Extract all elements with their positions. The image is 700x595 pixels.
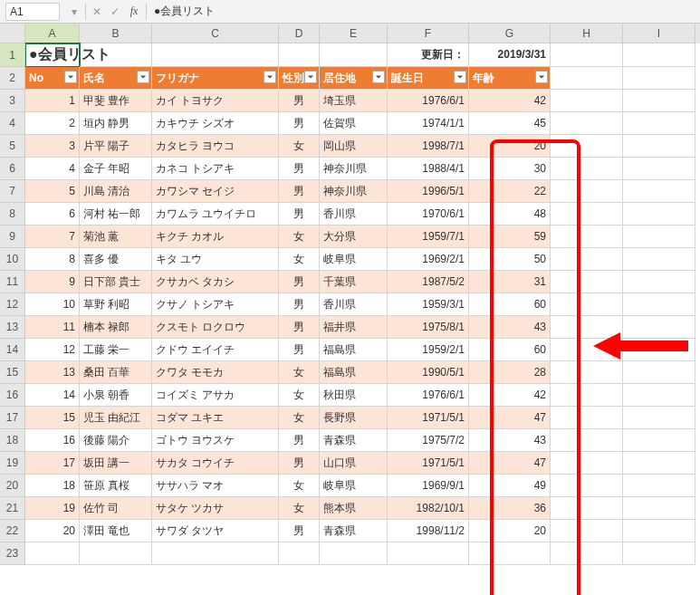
cell-gender[interactable]: 男 — [279, 158, 320, 180]
cell-kana[interactable]: サカタ コウイチ — [152, 452, 279, 475]
row-header-10[interactable]: 10 — [0, 248, 25, 271]
row-header-7[interactable]: 7 — [0, 180, 25, 203]
row-header-12[interactable]: 12 — [0, 293, 25, 316]
cell-kana[interactable]: サタケ ツカサ — [152, 497, 279, 520]
cell-name[interactable]: 佐竹 司 — [80, 497, 152, 520]
cell-name[interactable]: 喜多 優 — [80, 248, 152, 271]
cell[interactable] — [279, 542, 320, 565]
cell-age[interactable]: 42 — [469, 90, 551, 112]
cell[interactable] — [623, 135, 695, 158]
cell-kana[interactable]: コイズミ アサカ — [152, 384, 279, 407]
cell-kana[interactable]: コダマ ユキエ — [152, 407, 279, 429]
cell[interactable] — [623, 180, 695, 203]
cell[interactable] — [623, 407, 695, 429]
cell-kana[interactable]: カネコ トシアキ — [152, 158, 279, 180]
cell[interactable] — [551, 542, 623, 565]
cell-birth[interactable]: 1970/6/1 — [388, 203, 469, 226]
row-header-9[interactable]: 9 — [0, 226, 25, 248]
cell-kana[interactable]: クドウ エイイチ — [152, 339, 279, 361]
cell-name[interactable]: 澤田 竜也 — [80, 520, 152, 542]
row-header-4[interactable]: 4 — [0, 112, 25, 135]
filter-button[interactable] — [304, 71, 317, 83]
cell[interactable] — [469, 542, 551, 565]
cell-gender[interactable]: 女 — [279, 475, 320, 497]
cell[interactable] — [551, 248, 623, 271]
cell-pref[interactable]: 岐阜県 — [320, 475, 388, 497]
cell-age[interactable]: 31 — [469, 271, 551, 293]
cell-pref[interactable]: 佐賀県 — [320, 112, 388, 135]
cell-birth[interactable]: 1959/2/1 — [388, 339, 469, 361]
cell-age[interactable]: 20 — [469, 135, 551, 158]
cell-pref[interactable]: 青森県 — [320, 429, 388, 452]
cell[interactable] — [623, 497, 695, 520]
cell-no[interactable]: 14 — [25, 384, 80, 407]
cell-name[interactable]: 笹原 真桜 — [80, 475, 152, 497]
cell-gender[interactable]: 男 — [279, 316, 320, 339]
cell[interactable] — [623, 248, 695, 271]
cell-no[interactable]: 15 — [25, 407, 80, 429]
row-header-22[interactable]: 22 — [0, 520, 25, 542]
cell-pref[interactable]: 神奈川県 — [320, 180, 388, 203]
cell[interactable] — [623, 90, 695, 112]
cell-name[interactable]: 金子 年昭 — [80, 158, 152, 180]
cell-birth[interactable]: 1990/5/1 — [388, 361, 469, 384]
row-header-17[interactable]: 17 — [0, 407, 25, 429]
cell-gender[interactable]: 女 — [279, 226, 320, 248]
cell-age[interactable]: 20 — [469, 520, 551, 542]
cell-gender[interactable]: 女 — [279, 248, 320, 271]
cell-no[interactable]: 4 — [25, 158, 80, 180]
cell-birth[interactable]: 1971/5/1 — [388, 452, 469, 475]
cell-no[interactable]: 10 — [25, 293, 80, 316]
row-header-5[interactable]: 5 — [0, 135, 25, 158]
cell[interactable] — [623, 452, 695, 475]
cell[interactable] — [25, 542, 80, 565]
row-header-15[interactable]: 15 — [0, 361, 25, 384]
cell-pref[interactable]: 長野県 — [320, 407, 388, 429]
cell[interactable] — [623, 67, 695, 90]
filter-button[interactable] — [535, 71, 548, 83]
cell-gender[interactable]: 男 — [279, 180, 320, 203]
cell[interactable] — [623, 542, 695, 565]
filter-button[interactable] — [137, 71, 149, 83]
cell-age[interactable]: 50 — [469, 248, 551, 271]
cell-kana[interactable]: クスモト ロクロウ — [152, 316, 279, 339]
cell[interactable] — [551, 520, 623, 542]
cell-no[interactable]: 11 — [25, 316, 80, 339]
cell-name[interactable]: 坂田 講一 — [80, 452, 152, 475]
row-header-23[interactable]: 23 — [0, 542, 25, 565]
cell[interactable] — [320, 43, 388, 67]
row-header-2[interactable]: 2 — [0, 67, 25, 90]
cell[interactable] — [551, 475, 623, 497]
cell-gender[interactable]: 男 — [279, 293, 320, 316]
cell-kana[interactable]: クワタ モモカ — [152, 361, 279, 384]
col-header-H[interactable]: H — [551, 24, 623, 43]
col-header-F[interactable]: F — [388, 24, 469, 43]
cell[interactable] — [551, 316, 623, 339]
filter-button[interactable] — [264, 71, 276, 83]
cell-kana[interactable]: カワシマ セイジ — [152, 180, 279, 203]
cell-gender[interactable]: 女 — [279, 361, 320, 384]
cell-age[interactable]: 43 — [469, 429, 551, 452]
title-cell[interactable]: ●会員リスト — [25, 43, 80, 67]
cell-birth[interactable]: 1976/6/1 — [388, 384, 469, 407]
cell[interactable] — [551, 429, 623, 452]
cell[interactable] — [623, 293, 695, 316]
cell-gender[interactable]: 男 — [279, 520, 320, 542]
cell-age[interactable]: 36 — [469, 497, 551, 520]
cell[interactable] — [279, 43, 320, 67]
cell-birth[interactable]: 1976/6/1 — [388, 90, 469, 112]
update-date[interactable]: 2019/3/31 — [469, 43, 551, 67]
cell-no[interactable]: 9 — [25, 271, 80, 293]
row-header-1[interactable]: 1 — [0, 43, 25, 67]
cell[interactable] — [623, 43, 695, 67]
cell-age[interactable]: 42 — [469, 384, 551, 407]
cell-gender[interactable]: 男 — [279, 112, 320, 135]
cell-age[interactable]: 28 — [469, 361, 551, 384]
cell-pref[interactable]: 岐阜県 — [320, 248, 388, 271]
cell[interactable] — [80, 43, 152, 67]
cell-pref[interactable]: 大分県 — [320, 226, 388, 248]
cell-gender[interactable]: 男 — [279, 203, 320, 226]
cell-birth[interactable]: 1969/9/1 — [388, 475, 469, 497]
cell-age[interactable]: 47 — [469, 407, 551, 429]
cell[interactable] — [623, 226, 695, 248]
